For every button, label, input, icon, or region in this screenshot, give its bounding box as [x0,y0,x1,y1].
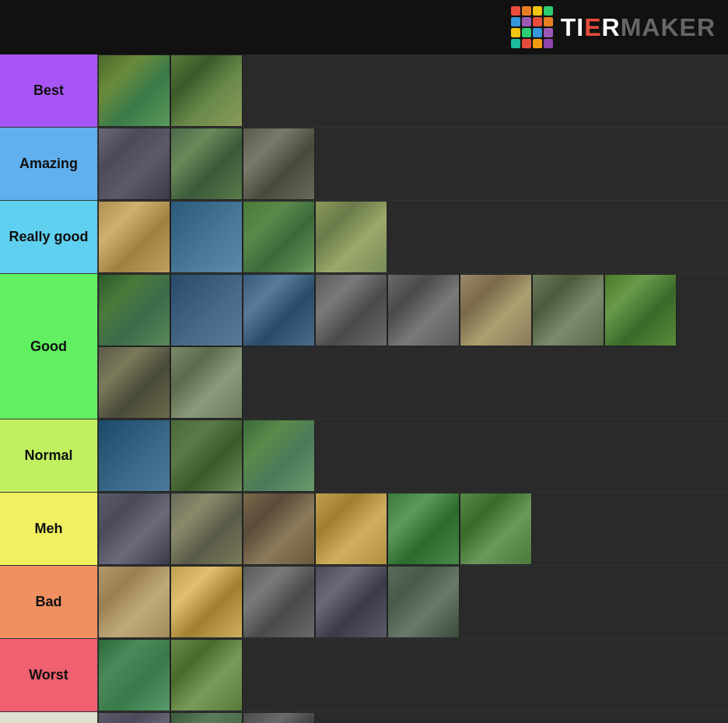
map-tile[interactable] [460,493,532,565]
logo-cell [533,39,542,48]
tier-content-normal [97,419,728,492]
tier-label-good: Good [0,274,97,419]
map-tile[interactable] [243,274,315,346]
tier-row-meh: Meh [0,493,728,566]
map-tile[interactable] [98,493,170,565]
map-tile[interactable] [387,274,460,346]
map-tile[interactable] [315,566,387,638]
map-tile[interactable] [98,54,170,127]
tier-label-bad: Bad [0,566,97,638]
tier-label-normal: Normal [0,419,97,492]
logo-cell [511,6,520,16]
logo-maker-text: MaKeR [621,13,716,41]
map-tile[interactable] [243,419,315,492]
logo-cell [533,28,542,37]
tier-row-bad: Bad [0,566,728,639]
map-tile[interactable] [387,493,460,565]
map-tile[interactable] [170,201,243,273]
logo-cell [544,28,553,37]
logo-grid [511,6,553,48]
tier-label-meh: Meh [0,493,97,565]
map-tile[interactable] [98,419,170,492]
map-tile[interactable] [460,274,532,346]
map-tile[interactable] [243,493,315,565]
map-tile[interactable] [98,346,170,419]
logo-cell [544,17,553,26]
logo-cell [511,17,520,26]
map-tile[interactable] [170,566,243,638]
header: TierMaKeR [0,0,728,54]
logo-cell [522,39,531,48]
logo-cell [522,6,531,16]
map-tile[interactable] [243,712,315,723]
map-tile[interactable] [243,566,315,638]
map-tile[interactable] [315,493,387,565]
tier-list: Best Amazing Really good Good [0,54,728,723]
map-tile[interactable] [98,712,170,723]
tier-content-meh [97,493,728,565]
map-tile[interactable] [98,128,170,200]
tier-content-bad [97,566,728,638]
tier-content-good [97,274,728,419]
map-tile[interactable] [604,274,677,346]
map-tile[interactable] [170,419,243,492]
logo-text: TierMaKeR [561,13,716,42]
tier-row-best: Best [0,54,728,128]
logo-r: r [602,13,621,41]
logo-cell [544,6,553,16]
tier-label-low-tier: Low tier maps [0,712,97,723]
tier-row-good: Good [0,274,728,419]
tier-content-low-tier [97,712,728,723]
map-tile[interactable] [170,639,243,711]
logo-cell [522,28,531,37]
map-tile[interactable] [98,274,170,346]
logo-cell [544,39,553,48]
tier-label-amazing: Amazing [0,128,97,200]
map-tile[interactable] [170,493,243,565]
map-tile[interactable] [170,274,243,346]
tier-content-amazing [97,128,728,200]
map-tile[interactable] [532,274,604,346]
logo-cell [522,17,531,26]
tier-content-worst [97,639,728,711]
logo-tier-text: Ti [561,13,584,41]
logo-e: e [584,13,601,41]
tier-row-amazing: Amazing [0,128,728,201]
tier-label-best: Best [0,54,97,127]
tier-content-really-good [97,201,728,273]
map-tile[interactable] [315,274,387,346]
map-tile[interactable] [315,201,387,273]
tier-label-worst: Worst [0,639,97,711]
map-tile[interactable] [98,566,170,638]
tier-row-normal: Normal [0,419,728,493]
map-tile[interactable] [170,712,243,723]
logo-cell [511,39,520,48]
map-tile[interactable] [243,201,315,273]
tiermaker-logo: TierMaKeR [511,6,716,48]
logo-cell [511,28,520,37]
map-tile[interactable] [387,566,460,638]
map-tile[interactable] [98,201,170,273]
tier-row-worst: Worst [0,639,728,712]
map-tile[interactable] [170,128,243,200]
map-tile[interactable] [243,128,315,200]
map-tile[interactable] [170,346,243,419]
map-tile[interactable] [98,639,170,711]
tier-content-best [97,54,728,127]
tier-label-really-good: Really good [0,201,97,273]
map-tile[interactable] [170,54,243,127]
tier-row-low-tier: Low tier maps [0,712,728,723]
logo-cell [533,6,542,16]
tier-row-really-good: Really good [0,201,728,274]
logo-cell [533,17,542,26]
